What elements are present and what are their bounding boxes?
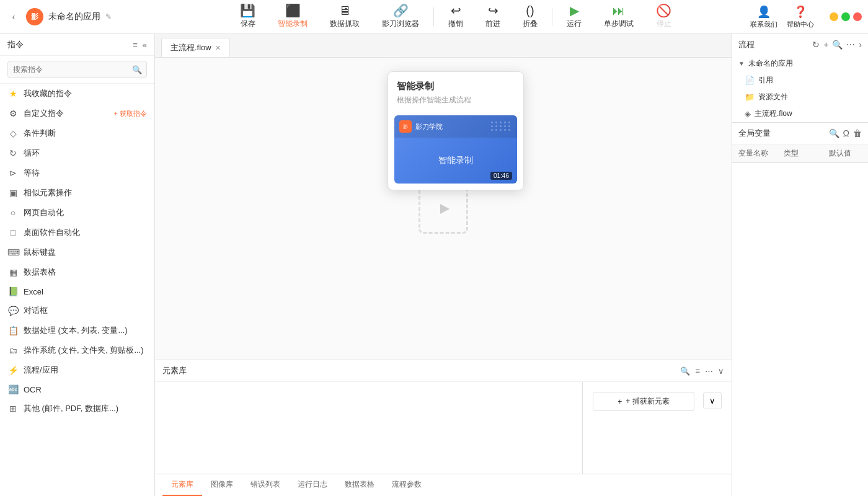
custom-icon: ⚙ (7, 108, 19, 118)
sidebar-item-mouse-keyboard[interactable]: ⌨ 鼠标键盘 (0, 242, 154, 262)
toolbar-step-debug[interactable]: ⏭ 单步调试 (593, 1, 645, 32)
sidebar: 指令 ≡ « 🔍 ★ 我收藏的指令 ⚙ 自定义指令 + 获取指令 ◇ (0, 34, 155, 496)
desktop-label: 桌面软件自动化 (24, 227, 80, 238)
tree-item-mainflow[interactable]: ◈ 主流程.flow (732, 105, 868, 122)
sidebar-item-other[interactable]: ⊞ 其他 (邮件, PDF, 数据库...) (0, 399, 154, 418)
help-label: 帮助中心 (787, 20, 814, 29)
contact-label: 联系我们 (750, 20, 777, 29)
capture-dropdown-button[interactable]: ∨ (703, 392, 722, 409)
main-flow-tab[interactable]: 主流程.flow ✕ (161, 38, 230, 57)
popup-header: 智能录制 根据操作智能生成流程 (388, 72, 523, 109)
bottom-tab-elements[interactable]: 元素库 (162, 474, 202, 496)
sidebar-item-web-auto[interactable]: ○ 网页自动化 (0, 203, 154, 223)
wait-icon: ⊳ (7, 168, 19, 178)
flow-search-icon[interactable]: 🔍 (832, 40, 843, 50)
data-table-label: 数据表格 (24, 267, 56, 278)
variables-icons: 🔍 Ω 🗑 (829, 128, 862, 138)
maximize-button[interactable]: □ (841, 12, 850, 21)
run-label: 运行 (567, 19, 582, 29)
get-instruction-link[interactable]: + 获取指令 (114, 109, 147, 118)
sidebar-item-wait[interactable]: ⊳ 等待 (0, 163, 154, 183)
close-button[interactable]: × (853, 12, 862, 21)
bottom-tab-datatable[interactable]: 数据表格 (336, 474, 383, 496)
variables-add-icon[interactable]: 🗑 (853, 128, 862, 138)
loop-icon: ↻ (7, 148, 19, 158)
toolbar-fold[interactable]: () 折叠 (512, 1, 549, 32)
sidebar-collapse-icon[interactable]: « (143, 40, 147, 50)
bottom-tab-images[interactable]: 图像库 (202, 474, 242, 496)
similar-element-icon: ▣ (7, 188, 19, 198)
variables-header: 全局变量 🔍 Ω 🗑 (732, 123, 868, 144)
sidebar-item-desktop[interactable]: □ 桌面软件自动化 (0, 223, 154, 242)
edit-title-icon[interactable]: ✎ (105, 12, 112, 21)
help-button[interactable]: ❓ 帮助中心 (787, 5, 814, 29)
nav-controls: ‹ (6, 9, 21, 24)
toolbar-run[interactable]: ▶ 运行 (556, 1, 593, 32)
sidebar-item-loop[interactable]: ↻ 循环 (0, 143, 154, 163)
bottom-tab-flowparam[interactable]: 流程参数 (383, 474, 430, 496)
other-icon: ⊞ (7, 404, 19, 414)
tree-root-app[interactable]: ▼ 未命名的应用 (732, 55, 868, 72)
toolbar-smart-record[interactable]: ⬛ 智能录制 (267, 1, 319, 32)
popup-video[interactable]: 影 影刀学院 智能录制 01:46 (394, 115, 517, 184)
toolbar-save[interactable]: 💾 保存 (229, 1, 267, 32)
save-icon: 💾 (240, 4, 255, 17)
flow-add-icon[interactable]: + (823, 40, 828, 50)
back-button[interactable]: ‹ (6, 9, 21, 24)
flow-refresh-icon[interactable]: ↻ (812, 40, 820, 50)
sidebar-item-favorites[interactable]: ★ 我收藏的指令 (0, 84, 154, 104)
variables-search-icon[interactable]: 🔍 (829, 128, 839, 138)
bottom-tab-runlog[interactable]: 运行日志 (289, 474, 336, 496)
capture-new-element-button[interactable]: + + 捕获新元素 (593, 392, 694, 411)
variables-title: 全局变量 (738, 128, 771, 139)
toolbar-browser[interactable]: 🔗 影刀浏览器 (371, 1, 430, 32)
sidebar-item-ocr[interactable]: 🔤 OCR (0, 380, 154, 399)
search-input[interactable] (7, 61, 147, 78)
sidebar-item-similar-element[interactable]: ▣ 相似元素操作 (0, 183, 154, 203)
tree-root-label: 未命名的应用 (748, 58, 793, 69)
step-debug-icon: ⏭ (613, 4, 625, 17)
popup-video-label: 智能录制 (438, 155, 473, 166)
sidebar-item-custom[interactable]: ⚙ 自定义指令 + 获取指令 (0, 104, 154, 123)
popup-video-logo-icon: 影 (399, 120, 412, 133)
sidebar-item-data-process[interactable]: 📋 数据处理 (文本, 列表, 变量...) (0, 321, 154, 340)
sidebar-item-data-table[interactable]: ▦ 数据表格 (0, 262, 154, 282)
tree-item-reference[interactable]: 📄 引用 (732, 72, 868, 89)
tree-item-resources[interactable]: 📁 资源文件 (732, 89, 868, 105)
resources-label: 资源文件 (758, 92, 788, 102)
sidebar-item-condition[interactable]: ◇ 条件判断 (0, 123, 154, 143)
toolbar-data-capture[interactable]: 🖥 数据抓取 (319, 1, 371, 32)
toolbar-undo[interactable]: ↩ 撤销 (437, 1, 474, 32)
custom-label: 自定义指令 (24, 108, 64, 119)
toolbar-redo[interactable]: ↪ 前进 (474, 1, 512, 32)
var-col-default: 默认值 (823, 144, 868, 162)
data-table-icon: ▦ (7, 267, 19, 277)
bottom-more-icon[interactable]: ⋯ (705, 366, 713, 376)
bottom-sort-icon[interactable]: ≡ (695, 366, 700, 376)
sidebar-item-dialog[interactable]: 💬 对话框 (0, 301, 154, 321)
dialog-icon: 💬 (7, 306, 19, 316)
bottom-tab-errors[interactable]: 错误列表 (242, 474, 289, 496)
flow-more-icon[interactable]: ⋯ (846, 40, 855, 50)
wait-label: 等待 (24, 167, 40, 179)
smart-record-label: 智能录制 (278, 19, 308, 29)
sidebar-sort-icon[interactable]: ≡ (133, 40, 138, 50)
data-capture-label: 数据抓取 (330, 19, 360, 29)
sidebar-item-excel[interactable]: 📗 Excel (0, 282, 154, 301)
flow-expand-icon[interactable]: › (859, 40, 862, 50)
minimize-button[interactable]: − (830, 12, 838, 21)
bottom-search-icon[interactable]: 🔍 (680, 366, 690, 376)
sidebar-item-os[interactable]: 🗂 操作系统 (文件, 文件夹, 剪贴板...) (0, 340, 154, 360)
bottom-expand-icon[interactable]: ∨ (718, 366, 724, 376)
tab-close-icon[interactable]: ✕ (215, 44, 221, 52)
run-icon: ▶ (570, 4, 579, 17)
undo-icon: ↩ (451, 4, 461, 17)
variables-type-icon[interactable]: Ω (843, 128, 849, 138)
reference-icon: 📄 (745, 76, 755, 85)
browser-label: 影刀浏览器 (382, 19, 419, 29)
mainflow-label: 主流程.flow (755, 108, 792, 119)
sidebar-item-flow-app[interactable]: ⚡ 流程/应用 (0, 360, 154, 380)
contact-button[interactable]: 👤 联系我们 (750, 5, 777, 29)
popup-video-time: 01:46 (490, 172, 512, 180)
popup-title: 智能录制 (397, 81, 515, 92)
